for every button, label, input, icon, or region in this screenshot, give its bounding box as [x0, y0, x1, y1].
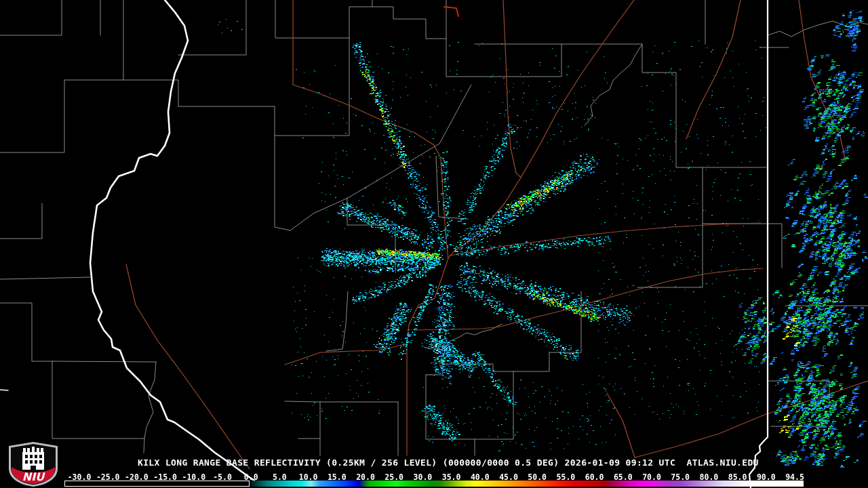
colorbar-gradient-segment [250, 481, 804, 487]
river-layer [0, 0, 868, 488]
niu-logo-text: NIU [22, 470, 45, 483]
niu-logo: NIU [6, 441, 60, 487]
radar-screenshot: KILX LONG RANGE BASE REFLECTIVITY (0.25K… [0, 0, 868, 488]
castle-icon [22, 447, 44, 470]
red-route-mark [444, 7, 458, 16]
colorbar-negative-segment [64, 481, 250, 487]
state-border-river-line [749, 0, 768, 488]
colorbar-tick-labels: -30.0-25.0-20.0-15.0-10.0-5.00.05.010.01… [0, 472, 868, 481]
caption-text: KILX LONG RANGE BASE REFLECTIVITY (0.25K… [138, 458, 759, 468]
river-segment [0, 390, 8, 390]
mississippi-river-line [90, 0, 261, 485]
